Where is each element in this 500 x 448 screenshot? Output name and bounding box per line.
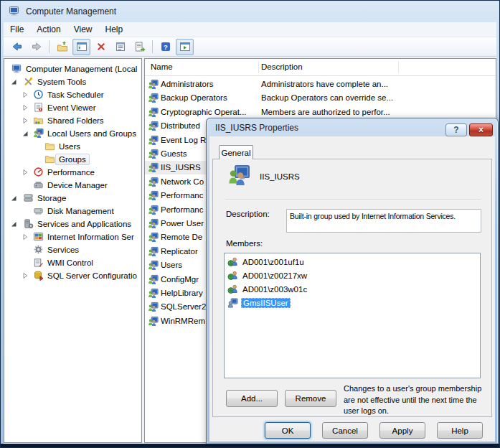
tab-general[interactable]: General bbox=[219, 145, 253, 159]
member-item[interactable]: AD001\z00217xw bbox=[225, 269, 480, 282]
menu-help[interactable]: Help bbox=[99, 23, 130, 36]
tree-item-groups[interactable]: Groups bbox=[4, 153, 141, 166]
column-divider[interactable] bbox=[398, 61, 399, 73]
users-groups-icon bbox=[148, 260, 159, 271]
collapse-arrow-icon[interactable] bbox=[22, 130, 29, 137]
tree-item-shared-folders[interactable]: Shared Folders bbox=[4, 114, 141, 127]
event-viewer-icon bbox=[33, 102, 44, 113]
tree-item-sql-server-configuratio[interactable]: SQL Server Configuratio bbox=[4, 269, 141, 282]
member-item[interactable]: GmsIISUser bbox=[225, 296, 480, 309]
column-header-name[interactable]: Name bbox=[151, 62, 173, 71]
tree-item-local-users-and-groups[interactable]: Local Users and Groups bbox=[4, 127, 141, 140]
group-name-cell: IIS_IUSRS bbox=[161, 163, 201, 172]
tree-item-label: Services bbox=[47, 245, 79, 255]
folder-icon bbox=[44, 141, 55, 151]
delete-button[interactable] bbox=[92, 39, 110, 55]
column-divider[interactable] bbox=[258, 61, 259, 73]
users-groups-icon bbox=[148, 177, 159, 187]
tree-item-users[interactable]: Users bbox=[4, 140, 141, 153]
action-pane-icon bbox=[179, 41, 191, 52]
help-button[interactable]: Help bbox=[437, 422, 483, 439]
cancel-button[interactable]: Cancel bbox=[322, 422, 368, 439]
group-name-cell: Event Log R bbox=[161, 136, 206, 144]
collapse-arrow-icon[interactable] bbox=[10, 195, 17, 202]
open-folder-button[interactable] bbox=[53, 39, 71, 55]
users-groups-icon bbox=[148, 135, 159, 146]
folder-icon bbox=[44, 154, 55, 164]
member-item[interactable]: AD001\z003w01c bbox=[225, 282, 480, 296]
remove-button[interactable]: Remove bbox=[285, 390, 336, 407]
tree-item-disk-management[interactable]: Disk Management bbox=[4, 205, 141, 218]
tree-item-device-manager[interactable]: Device Manager bbox=[4, 179, 141, 192]
iis-iusrs-properties-dialog: IIS_IUSRS Properties ? × General IIS_IUS… bbox=[206, 118, 499, 445]
group-name-cell: Replicator bbox=[161, 247, 198, 256]
disk-icon bbox=[33, 205, 44, 216]
list-row[interactable]: Cryptographic Operat...Members are autho… bbox=[145, 106, 496, 119]
app-icon bbox=[9, 5, 20, 19]
ok-button[interactable]: OK bbox=[265, 422, 311, 439]
apply-button[interactable]: Apply bbox=[379, 422, 425, 439]
menu-file[interactable]: File bbox=[4, 23, 30, 36]
shared-folders-icon bbox=[33, 115, 44, 126]
tree-item-internet-information-ser[interactable]: Internet Information Ser bbox=[4, 230, 141, 243]
group-name-label: IIS_IUSRS bbox=[260, 172, 300, 181]
menu-action[interactable]: Action bbox=[30, 23, 67, 36]
expand-arrow-icon[interactable] bbox=[22, 104, 29, 111]
expand-arrow-icon[interactable] bbox=[22, 117, 29, 124]
members-listbox[interactable]: AD001\z001uf1uAD001\z00217xwAD001\z003w0… bbox=[224, 253, 481, 378]
menu-view[interactable]: View bbox=[67, 23, 99, 36]
tree-item-event-viewer[interactable]: Event Viewer bbox=[4, 101, 141, 114]
member-item[interactable]: AD001\z001uf1u bbox=[225, 255, 480, 269]
tree-item-performance[interactable]: Performance bbox=[4, 166, 141, 179]
group-name-cell: Power User bbox=[161, 219, 204, 228]
properties-button[interactable] bbox=[111, 39, 129, 55]
tree-item-label: Computer Management (Local bbox=[26, 64, 137, 74]
export-list-button[interactable] bbox=[131, 39, 148, 55]
show-console-tree-button[interactable] bbox=[72, 39, 90, 55]
users-groups-icon bbox=[33, 128, 44, 139]
forward-button[interactable] bbox=[27, 39, 45, 55]
expand-arrow-icon[interactable] bbox=[22, 169, 29, 176]
collapse-arrow-icon[interactable] bbox=[10, 220, 17, 228]
expand-arrow-icon[interactable] bbox=[22, 233, 29, 241]
help-button[interactable]: ? bbox=[156, 39, 174, 55]
tree-item-label: Device Manager bbox=[47, 180, 108, 190]
users-groups-icon bbox=[148, 246, 159, 257]
list-row[interactable]: AdministratorsAdministrators have comple… bbox=[145, 78, 496, 91]
back-button[interactable] bbox=[8, 39, 26, 55]
tree-item-storage[interactable]: Storage bbox=[4, 192, 141, 205]
expand-arrow-icon[interactable] bbox=[22, 91, 29, 98]
expand-arrow-icon[interactable] bbox=[22, 272, 29, 279]
group-description-cell: Administrators have complete an... bbox=[261, 80, 388, 88]
column-header-description[interactable]: Description bbox=[261, 62, 303, 71]
delete-icon bbox=[95, 41, 107, 52]
description-field[interactable]: Built-in group used by Internet Informat… bbox=[286, 209, 481, 233]
users-groups-icon bbox=[148, 316, 159, 327]
tree-item-services[interactable]: Services bbox=[4, 243, 141, 256]
tree-item-computer-management-local[interactable]: Computer Management (Local bbox=[4, 62, 141, 75]
tree-item-task-scheduler[interactable]: Task Scheduler bbox=[4, 88, 141, 101]
gear-icon bbox=[33, 244, 44, 255]
add-button[interactable]: Add... bbox=[226, 390, 278, 407]
forward-icon bbox=[31, 41, 42, 52]
dialog-close-button[interactable]: × bbox=[469, 123, 493, 136]
computer-management-window: Computer Management FileActionViewHelp ?… bbox=[0, 0, 500, 448]
collapse-arrow-icon[interactable] bbox=[10, 78, 17, 85]
dialog-help-button[interactable]: ? bbox=[445, 123, 467, 136]
window-title: Computer Management bbox=[26, 6, 116, 17]
users-groups-icon bbox=[148, 93, 159, 103]
tree-item-system-tools[interactable]: System Tools bbox=[4, 75, 141, 88]
computer-icon bbox=[9, 5, 20, 17]
group-name-cell: Performanc bbox=[161, 205, 203, 214]
list-row[interactable]: Backup OperatorsBackup Operators can ove… bbox=[145, 91, 496, 105]
group-name-cell: SQLServer2 bbox=[161, 302, 206, 311]
show-action-pane-button[interactable] bbox=[176, 39, 194, 55]
users-groups-icon bbox=[148, 288, 159, 299]
title-bar: Computer Management bbox=[1, 1, 499, 22]
tree-item-wmi-control[interactable]: WMI Control bbox=[4, 256, 141, 269]
group-name-cell: Performanc bbox=[161, 191, 203, 200]
group-name-cell: Users bbox=[161, 261, 182, 269]
tree-item-services-and-applications[interactable]: Services and Applications bbox=[4, 218, 141, 230]
users-groups-icon bbox=[148, 218, 159, 229]
member-globe-icon bbox=[227, 270, 238, 281]
